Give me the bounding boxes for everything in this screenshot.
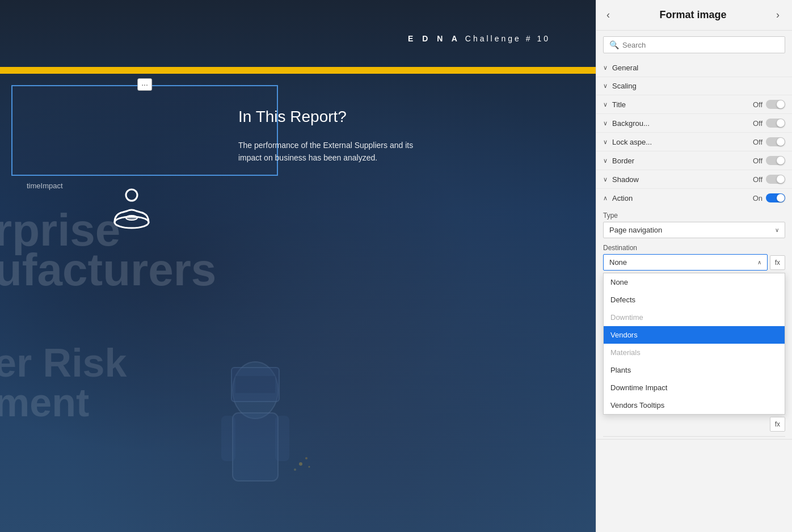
shadow-toggle-text: Off xyxy=(753,175,762,184)
section-label-shadow: Shadow xyxy=(612,175,753,184)
dropdown-item-downtime[interactable]: Downtime xyxy=(604,309,785,326)
edna-header: E D N A Challenge # 10 xyxy=(408,34,550,43)
time-impact-text: timeImpact xyxy=(27,181,63,190)
shadow-toggle-switch[interactable] xyxy=(766,175,785,184)
fx-button-second[interactable]: fx xyxy=(770,417,785,432)
chevron-down-icon: ∨ xyxy=(603,157,608,164)
hand-icon xyxy=(109,188,154,236)
section-row-shadow[interactable]: ∨ Shadow Off xyxy=(596,170,792,189)
section-row-title[interactable]: ∨ Title Off xyxy=(596,95,792,114)
worker-graphic xyxy=(142,305,369,532)
dropdown-item-none[interactable]: None xyxy=(604,273,785,291)
svg-point-0 xyxy=(126,189,137,201)
border-toggle-text: Off xyxy=(753,157,762,165)
destination-row: None ∧ fx xyxy=(603,254,785,271)
dropdown-item-defects[interactable]: Defects xyxy=(604,291,785,309)
destination-dropdown: None Defects Downtime Vendors Materials … xyxy=(603,273,785,415)
destination-current-value: None xyxy=(609,258,627,267)
title-toggle-area: Off xyxy=(753,100,785,109)
right-panel: ‹ Format image › 🔍 ∨ General ∨ Scaling ∨… xyxy=(596,0,792,532)
border-toggle-switch[interactable] xyxy=(766,156,785,165)
section-label-title: Title xyxy=(612,100,753,109)
nav-back-button[interactable]: ‹ xyxy=(603,8,613,22)
chevron-up-icon: ∧ xyxy=(757,259,761,265)
canvas-area: E D N A Challenge # 10 ··· timeImpact xyxy=(0,0,596,532)
chevron-down-icon: ∨ xyxy=(603,82,608,90)
destination-select-box[interactable]: None ∧ xyxy=(603,254,768,271)
border-toggle-area: Off xyxy=(753,156,785,165)
svg-rect-8 xyxy=(235,376,275,393)
dropdown-item-vendors-tooltips[interactable]: Vendors Tooltips xyxy=(604,396,785,414)
dropdown-item-materials[interactable]: Materials xyxy=(604,344,785,361)
background-toggle-text: Off xyxy=(753,119,762,128)
section-label-general: General xyxy=(612,64,785,72)
action-header-row[interactable]: ∧ Action On xyxy=(596,189,792,207)
action-toggle-area: On xyxy=(753,193,785,202)
svg-point-9 xyxy=(299,462,302,466)
section-row-general[interactable]: ∨ General xyxy=(596,59,792,77)
svg-point-2 xyxy=(126,216,137,220)
lock-aspect-toggle-text: Off xyxy=(753,138,762,146)
type-field-group: Type Page navigation ∨ xyxy=(596,207,792,240)
search-box[interactable]: 🔍 xyxy=(603,36,785,53)
action-toggle-text: On xyxy=(753,194,762,202)
type-select-box[interactable]: Page navigation ∨ xyxy=(603,222,785,238)
search-input[interactable] xyxy=(622,41,779,49)
svg-point-11 xyxy=(294,468,296,471)
fx-row-second: fx xyxy=(596,415,792,434)
section-row-scaling[interactable]: ∨ Scaling xyxy=(596,77,792,95)
type-select-value: Page navigation xyxy=(609,226,662,234)
background-toggle-switch[interactable] xyxy=(766,119,785,128)
background-toggle-area: Off xyxy=(753,119,785,128)
bg-text-ment: ment xyxy=(0,380,89,425)
chevron-down-icon: ∨ xyxy=(603,101,608,108)
chevron-up-icon: ∧ xyxy=(603,195,608,202)
destination-group: Destination None ∧ fx xyxy=(596,240,792,273)
edna-label: E D N A xyxy=(408,34,461,43)
shadow-toggle-area: Off xyxy=(753,175,785,184)
dropdown-item-downtime-impact[interactable]: Downtime Impact xyxy=(604,379,785,396)
section-label-border: Border xyxy=(612,157,753,165)
title-toggle-switch[interactable] xyxy=(766,100,785,109)
section-label-scaling: Scaling xyxy=(612,82,785,90)
section-row-border[interactable]: ∨ Border Off xyxy=(596,151,792,170)
box-options-dots[interactable]: ··· xyxy=(137,78,152,91)
title-toggle-text: Off xyxy=(753,100,762,109)
chevron-down-icon: ∨ xyxy=(603,138,608,146)
fx-button-destination[interactable]: fx xyxy=(770,255,785,270)
panel-header: ‹ Format image › xyxy=(596,0,792,31)
chevron-down-icon: ∨ xyxy=(603,120,608,127)
challenge-label: Challenge # 10 xyxy=(465,34,550,43)
section-label-lock-aspect: Lock aspe... xyxy=(612,138,753,146)
divider xyxy=(603,436,785,437)
action-label: Action xyxy=(612,194,753,202)
svg-rect-5 xyxy=(221,416,235,461)
section-row-lock-aspect[interactable]: ∨ Lock aspe... Off xyxy=(596,133,792,151)
lock-aspect-toggle-area: Off xyxy=(753,137,785,146)
bg-text-risk: er Risk xyxy=(0,340,127,386)
dropdown-item-plants[interactable]: Plants xyxy=(604,361,785,379)
action-section: ∧ Action On Type Page navigation ∨ Desti… xyxy=(596,189,792,440)
svg-point-10 xyxy=(305,457,307,459)
lock-aspect-toggle-switch[interactable] xyxy=(766,137,785,146)
report-background: E D N A Challenge # 10 ··· timeImpact xyxy=(0,0,596,532)
section-label-background: Backgrou... xyxy=(612,119,753,128)
panel-title: Format image xyxy=(613,9,773,21)
search-icon: 🔍 xyxy=(609,40,619,49)
action-toggle-switch[interactable] xyxy=(766,193,785,202)
chevron-down-icon: ∨ xyxy=(603,64,608,71)
report-description: The performance of the External Supplier… xyxy=(238,139,431,164)
svg-point-12 xyxy=(309,466,310,468)
dropdown-item-vendors[interactable]: Vendors xyxy=(604,326,785,344)
section-row-background[interactable]: ∨ Backgrou... Off xyxy=(596,114,792,133)
chevron-down-icon: ∨ xyxy=(775,227,779,233)
nav-forward-button[interactable]: › xyxy=(773,8,783,22)
type-field-label: Type xyxy=(603,212,785,219)
chevron-down-icon: ∨ xyxy=(603,176,608,183)
yellow-bar xyxy=(0,67,596,74)
destination-label: Destination xyxy=(603,244,785,252)
report-title: In This Report? xyxy=(238,108,347,126)
bg-text-ufacturers: ufacturers xyxy=(0,244,216,296)
svg-rect-6 xyxy=(275,416,289,461)
svg-rect-4 xyxy=(233,413,278,481)
